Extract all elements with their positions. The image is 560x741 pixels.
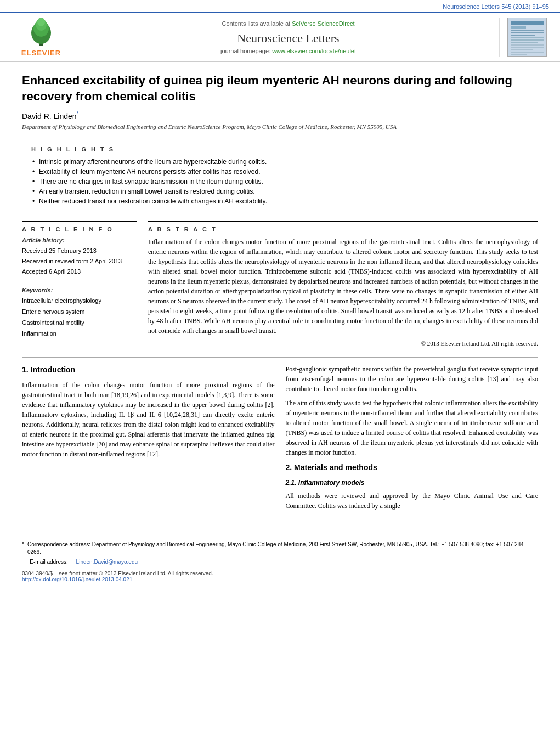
keyword-3: Gastrointestinal motility <box>22 318 137 329</box>
highlights-list: Intrinsic primary afferent neurons of th… <box>31 157 529 206</box>
main-content: Enhanced excitability of guinea pig ileu… <box>0 62 560 526</box>
footer-bottom: 0304-3940/$ – see front matter © 2013 El… <box>22 570 538 582</box>
materials-heading: 2. Materials and methods <box>286 462 539 473</box>
introduction-col: 1. Introduction Inflammation of the colo… <box>22 364 275 515</box>
article-dates: Received 25 February 2013 Received in re… <box>22 246 137 281</box>
article-info-label: A R T I C L E I N F O <box>22 226 137 233</box>
article-title: Enhanced excitability of guinea pig ileu… <box>22 73 538 104</box>
svg-rect-12 <box>511 39 544 41</box>
keywords-list: Intracellular electrophysiology Enteric … <box>22 296 137 339</box>
svg-rect-15 <box>511 47 544 48</box>
materials-p1: All methods were reviewed and approved b… <box>286 491 539 511</box>
introduction-p1: Inflammation of the colon changes motor … <box>22 380 275 459</box>
svg-rect-16 <box>511 49 533 50</box>
revised-date: Received in revised form 2 April 2013 <box>22 256 137 267</box>
highlight-item-1: Intrinsic primary afferent neurons of th… <box>31 157 529 167</box>
abstract-label: A B S T R A C T <box>148 226 538 233</box>
svg-rect-13 <box>511 42 538 43</box>
author-affiliation: Department of Physiology and Biomedical … <box>22 123 538 131</box>
svg-rect-17 <box>511 52 544 53</box>
keyword-4: Inflammation <box>22 329 137 340</box>
materials-col: Post-ganglionic sympathetic neurons with… <box>286 364 539 515</box>
journal-header: ELSEVIER Contents lists available at Sci… <box>0 12 560 62</box>
introduction-p3: The aim of this study was to test the hy… <box>286 398 539 457</box>
email-label <box>22 558 26 566</box>
author-asterisk: * <box>77 111 79 117</box>
elsevier-logo: ELSEVIER <box>11 18 71 57</box>
svg-rect-10 <box>511 35 535 36</box>
highlight-item-4: An early transient reduction in small bo… <box>31 186 529 196</box>
highlights-label: H I G H L I G H T S <box>31 146 529 152</box>
highlights-section: H I G H L I G H T S Intrinsic primary af… <box>22 140 538 212</box>
footnote: * Correspondence address: Department of … <box>22 541 538 556</box>
highlight-item-2: Excitability of ileum myenteric AH neuro… <box>31 167 529 177</box>
article-info-col: A R T I C L E I N F O Article history: R… <box>22 221 137 348</box>
issn-text: 0304-3940/$ – see front matter © 2013 El… <box>22 570 538 576</box>
footnote-text: Correspondence address: Department of Ph… <box>27 541 538 556</box>
introduction-p2: Post-ganglionic sympathetic neurons with… <box>286 364 539 394</box>
received-date: Received 25 February 2013 <box>22 246 137 256</box>
journal-reference: Neuroscience Letters 545 (2013) 91–95 <box>0 0 560 12</box>
section-divider <box>22 357 538 358</box>
svg-point-4 <box>37 18 45 26</box>
svg-rect-9 <box>511 32 544 33</box>
copyright-text: © 2013 Elsevier Ireland Ltd. All rights … <box>148 339 538 348</box>
email-footnote: E-mail address: Linden.David@mayo.edu <box>22 558 538 566</box>
email-link[interactable]: Linden.David@mayo.edu <box>76 558 138 566</box>
materials-subheading: 2.1. Inflammatory models <box>286 478 539 488</box>
svg-rect-18 <box>511 54 527 55</box>
introduction-heading: 1. Introduction <box>22 364 275 376</box>
keyword-2: Enteric nervous system <box>22 307 137 318</box>
homepage-link[interactable]: www.elsevier.com/locate/neulet <box>272 48 356 54</box>
footnote-mark: * <box>22 541 24 556</box>
contents-available-text: Contents lists available at SciVerse Sci… <box>222 20 354 27</box>
journal-homepage: journal homepage: www.elsevier.com/locat… <box>220 48 356 54</box>
keyword-1: Intracellular electrophysiology <box>22 296 137 307</box>
email-label-text: E-mail address: <box>30 558 67 566</box>
journal-thumbnail <box>505 18 549 57</box>
svg-rect-11 <box>511 37 544 38</box>
highlight-item-5: Neither reduced transit nor restoration … <box>31 196 529 206</box>
doi-link[interactable]: http://dx.doi.org/10.1016/j.neulet.2013.… <box>22 576 132 582</box>
accepted-date: Accepted 6 April 2013 <box>22 267 137 277</box>
svg-rect-7 <box>511 26 526 29</box>
thumbnail-image <box>507 18 547 57</box>
keywords-label: Keywords: <box>22 287 137 293</box>
abstract-col: A B S T R A C T Inflammation of the colo… <box>148 221 538 348</box>
abstract-paragraph: Inflammation of the colon changes motor … <box>148 237 538 336</box>
svg-rect-8 <box>511 30 544 31</box>
article-history-label: Article history: <box>22 237 137 244</box>
author-name: David R. Linden* <box>22 111 538 121</box>
footer-section: * Correspondence address: Department of … <box>0 535 560 588</box>
info-abstract-section: A R T I C L E I N F O Article history: R… <box>22 221 538 348</box>
highlight-item-3: There are no changes in fast synaptic tr… <box>31 177 529 186</box>
svg-rect-14 <box>511 44 544 46</box>
abstract-text: Inflammation of the colon changes motor … <box>148 237 538 348</box>
sciverse-link[interactable]: SciVerse ScienceDirect <box>292 20 354 27</box>
svg-rect-6 <box>511 21 544 25</box>
body-section: 1. Introduction Inflammation of the colo… <box>22 364 538 515</box>
journal-title: Neuroscience Letters <box>237 31 339 46</box>
journal-title-section: Contents lists available at SciVerse Sci… <box>77 18 500 57</box>
elsevier-text: ELSEVIER <box>21 49 61 57</box>
